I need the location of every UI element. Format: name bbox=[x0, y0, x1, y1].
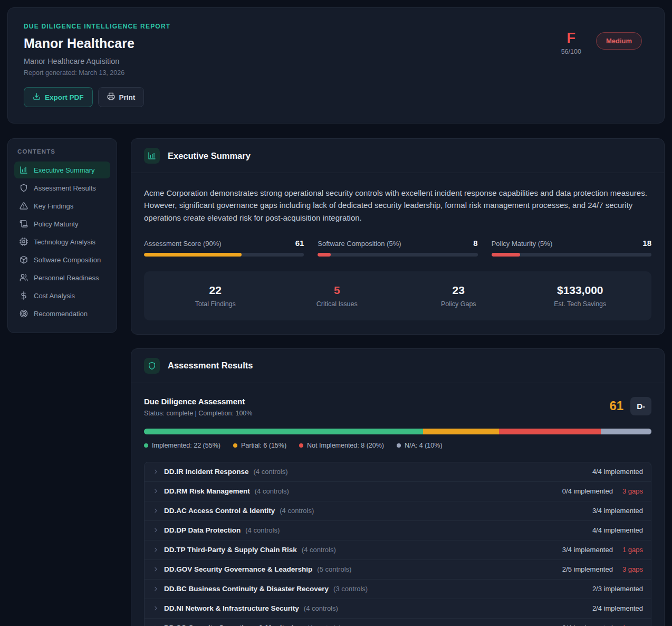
sidebar-item-cost-analysis[interactable]: Cost Analysis bbox=[14, 287, 110, 304]
category-row[interactable]: DD.BC Business Continuity & Disaster Rec… bbox=[145, 580, 651, 599]
category-controls-count: (4 controls) bbox=[255, 487, 289, 495]
assessment-score-block: 61 D- bbox=[609, 397, 651, 415]
overall-score: 56/100 bbox=[561, 48, 581, 55]
export-pdf-label: Export PDF bbox=[45, 93, 84, 101]
category-controls-count: (4 controls) bbox=[245, 526, 280, 534]
legend-label: N/A: 4 (10%) bbox=[405, 442, 443, 449]
chevron-right-icon bbox=[152, 546, 159, 553]
chevron-right-icon bbox=[152, 605, 159, 612]
stat-label: Total Findings bbox=[155, 300, 276, 308]
stacked-bar-segment bbox=[601, 429, 651, 434]
risk-level-badge: Medium bbox=[596, 32, 642, 50]
target-icon bbox=[20, 309, 28, 318]
alert-triangle-icon bbox=[20, 202, 28, 210]
category-row-right: 3/4 implemented bbox=[592, 507, 643, 515]
assessment-results-header: Assessment Results bbox=[131, 349, 664, 383]
sidebar-items: Executive SummaryAssessment ResultsKey F… bbox=[14, 162, 110, 322]
stat-value: 22 bbox=[155, 284, 276, 297]
sidebar-item-key-findings[interactable]: Key Findings bbox=[14, 197, 110, 214]
legend-item: N/A: 4 (10%) bbox=[397, 442, 443, 449]
category-row[interactable]: DD.IR Incident Response(4 controls)4/4 i… bbox=[145, 462, 651, 482]
category-implemented: 2/4 implemented bbox=[562, 624, 613, 626]
report-subtitle: Manor Healthcare Aquisition bbox=[24, 57, 170, 65]
summary-stat: 22Total Findings bbox=[155, 284, 276, 308]
metric-progress-track bbox=[144, 253, 304, 257]
legend-item: Partial: 6 (15%) bbox=[233, 442, 286, 449]
main-layout: CONTENTS Executive SummaryAssessment Res… bbox=[7, 138, 665, 626]
category-implemented: 2/3 implemented bbox=[592, 585, 643, 593]
sidebar-item-assessment-results[interactable]: Assessment Results bbox=[14, 179, 110, 196]
category-implemented: 3/4 implemented bbox=[562, 546, 613, 554]
sidebar-item-label: Cost Analysis bbox=[34, 292, 75, 300]
package-icon bbox=[20, 255, 28, 264]
assessment-results-body: Due Diligence Assessment Status: complet… bbox=[131, 383, 664, 626]
assessment-results-card: Assessment Results Due Diligence Assessm… bbox=[131, 348, 665, 626]
summary-metric: Policy Maturity (5%)18 bbox=[492, 239, 651, 257]
category-implemented: 4/4 implemented bbox=[592, 526, 643, 534]
report-eyebrow: DUE DILIGENCE INTELLIGENCE REPORT bbox=[24, 23, 170, 30]
sidebar-item-label: Key Findings bbox=[34, 202, 73, 210]
sidebar-item-recommendation[interactable]: Recommendation bbox=[14, 305, 110, 322]
implementation-legend: Implemented: 22 (55%)Partial: 6 (15%)Not… bbox=[144, 442, 651, 449]
metric-value: 61 bbox=[295, 239, 304, 248]
category-controls-count: (4 controls) bbox=[302, 546, 336, 554]
category-implemented: 3/4 implemented bbox=[592, 507, 643, 515]
assessment-score: 61 bbox=[609, 399, 623, 413]
print-button[interactable]: Print bbox=[98, 87, 145, 107]
category-controls-count: (5 controls) bbox=[317, 565, 351, 573]
category-row[interactable]: DD.SO Security Operations & Monitoring(4… bbox=[145, 619, 651, 626]
legend-dot bbox=[299, 443, 303, 448]
chevron-right-icon bbox=[152, 566, 159, 573]
summary-metrics: Assessment Score (90%)61Software Composi… bbox=[144, 239, 651, 257]
executive-summary-title: Executive Summary bbox=[168, 151, 251, 161]
contents-sidebar: CONTENTS Executive SummaryAssessment Res… bbox=[7, 138, 117, 333]
category-row[interactable]: DD.DP Data Protection(4 controls)4/4 imp… bbox=[145, 521, 651, 540]
chevron-right-icon bbox=[152, 585, 159, 592]
sidebar-item-executive-summary[interactable]: Executive Summary bbox=[14, 162, 110, 178]
printer-icon bbox=[107, 92, 115, 102]
executive-summary-body: Acme Corporation demonstrates strong ope… bbox=[131, 173, 664, 334]
assessment-name: Due Diligence Assessment bbox=[144, 397, 252, 406]
metric-label: Assessment Score (90%) bbox=[144, 240, 222, 248]
category-name: DD.RM Risk Management bbox=[164, 487, 250, 495]
legend-dot bbox=[233, 443, 237, 448]
summary-stat: 5Critical Issues bbox=[276, 284, 398, 308]
assessment-status: Status: complete | Completion: 100% bbox=[144, 410, 252, 417]
export-pdf-button[interactable]: Export PDF bbox=[24, 87, 93, 107]
legend-label: Not Implemented: 8 (20%) bbox=[307, 442, 384, 449]
users-icon bbox=[20, 273, 28, 282]
category-row[interactable]: DD.TP Third-Party & Supply Chain Risk(4 … bbox=[145, 540, 651, 560]
assessment-category-list: DD.IR Incident Response(4 controls)4/4 i… bbox=[144, 462, 651, 626]
executive-summary-header: Executive Summary bbox=[131, 139, 664, 173]
category-name: DD.BC Business Continuity & Disaster Rec… bbox=[164, 585, 329, 593]
assessment-grade-badge: D- bbox=[630, 397, 651, 415]
category-row-right: 0/4 implemented3 gaps bbox=[562, 487, 643, 495]
category-row-right: 2/4 implemented bbox=[592, 604, 643, 612]
stat-label: Est. Tech Savings bbox=[520, 300, 641, 308]
shield-icon bbox=[144, 358, 160, 374]
summary-stat: $133,000Est. Tech Savings bbox=[520, 284, 641, 308]
category-name: DD.GOV Security Governance & Leadership bbox=[164, 565, 312, 573]
report-header-left: DUE DILIGENCE INTELLIGENCE REPORT Manor … bbox=[24, 23, 170, 107]
category-row[interactable]: DD.AC Access Control & Identity(4 contro… bbox=[145, 501, 651, 521]
stat-label: Policy Gaps bbox=[398, 300, 520, 308]
sidebar-item-label: Recommendation bbox=[34, 310, 88, 318]
sidebar-item-technology-analysis[interactable]: Technology Analysis bbox=[14, 233, 110, 250]
category-row[interactable]: DD.RM Risk Management(4 controls)0/4 imp… bbox=[145, 482, 651, 501]
sidebar-item-personnel-readiness[interactable]: Personnel Readiness bbox=[14, 269, 110, 286]
chevron-right-icon bbox=[152, 488, 159, 495]
category-row[interactable]: DD.GOV Security Governance & Leadership(… bbox=[145, 560, 651, 580]
main-content: Executive Summary Acme Corporation demon… bbox=[131, 138, 665, 626]
category-row-right: 4/4 implemented bbox=[592, 468, 643, 476]
legend-label: Partial: 6 (15%) bbox=[241, 442, 286, 449]
category-gaps: 1 gaps bbox=[622, 546, 643, 554]
report-header: DUE DILIGENCE INTELLIGENCE REPORT Manor … bbox=[7, 7, 665, 124]
stat-label: Critical Issues bbox=[276, 300, 398, 308]
metric-label: Software Composition (5%) bbox=[318, 240, 401, 248]
sidebar-item-software-composition[interactable]: Software Composition bbox=[14, 251, 110, 268]
category-row[interactable]: DD.NI Network & Infrastructure Security(… bbox=[145, 599, 651, 619]
sidebar-item-label: Executive Summary bbox=[34, 166, 95, 174]
overall-grade: F bbox=[561, 31, 581, 45]
legend-item: Not Implemented: 8 (20%) bbox=[299, 442, 384, 449]
sidebar-item-policy-maturity[interactable]: Policy Maturity bbox=[14, 215, 110, 232]
